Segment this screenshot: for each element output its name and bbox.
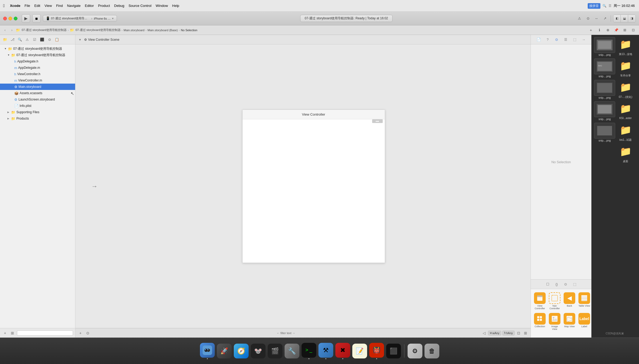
tree-item-main-storyboard[interactable]: ⚙ Main.storyboard xyxy=(0,84,75,90)
back-button[interactable]: ‹ xyxy=(2,27,8,33)
size-w-indicator[interactable]: w wAny xyxy=(488,331,501,335)
forward-button[interactable]: › xyxy=(9,27,15,33)
dock-item-finder[interactable] xyxy=(200,343,215,359)
canvas-grid-btn[interactable]: ⊞ xyxy=(523,330,528,336)
dock-item-black1[interactable]: ⬛ xyxy=(386,344,401,358)
tree-item-assets[interactable]: 📦 Assets.xcassets ↖ xyxy=(0,90,75,96)
dock-item-trash[interactable]: 🗑 xyxy=(425,344,439,358)
lib-item-imageview[interactable]: Image View xyxy=(548,312,562,331)
scheme-selector[interactable]: 📱 07-通过 storyboard使用导航控制器 › iPhone 6s Pl… xyxy=(43,15,117,22)
inspector-toggle[interactable]: ◨ xyxy=(628,15,636,22)
lib-item-collection[interactable]: Collection xyxy=(533,312,547,331)
breakpoints-nav[interactable]: ⊙ xyxy=(47,37,52,43)
desktop-col-folder3[interactable]: 📁 07-…(优化) xyxy=(616,80,635,99)
desktop-col-desktop[interactable]: 📁 桌面 xyxy=(616,144,635,163)
attributes-tab[interactable]: ☰ xyxy=(563,37,569,43)
input-method[interactable]: 接拼音 xyxy=(588,3,600,9)
quick-help-tab[interactable]: ? xyxy=(545,37,551,43)
lib-tab-snippets[interactable]: ⬚ xyxy=(572,281,578,287)
dock-item-devil[interactable]: 👹 xyxy=(369,343,384,359)
tree-item-products[interactable]: ▶ 📁 Products xyxy=(0,115,75,122)
desktop-col-folder2[interactable]: 📁 车丹分享 xyxy=(616,58,635,78)
bc-storyboard[interactable]: Main.storyboard xyxy=(124,29,144,32)
desktop-col-folder5[interactable]: 📁 ios1...试题 xyxy=(616,123,635,142)
tree-item-appdelegate-h[interactable]: h AppDelegate.h xyxy=(0,58,75,65)
dock-item-movie[interactable]: 🎬 xyxy=(268,344,282,358)
lib-item-view-controller[interactable]: View Controller xyxy=(533,291,547,311)
size-h-indicator[interactable]: h hAny xyxy=(502,331,515,335)
bc-storyboard-base[interactable]: Main.storyboard (Base) xyxy=(148,29,178,32)
run-button[interactable]: ▶ xyxy=(22,14,30,23)
menu-editor[interactable]: Editor xyxy=(85,4,94,8)
lib-tab-code[interactable]: {} xyxy=(554,281,560,287)
close-button[interactable] xyxy=(3,17,7,20)
lib-tab-objects[interactable]: ☐ xyxy=(545,281,551,287)
size-tab[interactable]: ⬚ xyxy=(572,37,578,43)
tree-item-launch-storyboard[interactable]: ⚙ LaunchScreen.storyboard xyxy=(0,96,75,103)
lib-tab-media[interactable]: ⊙ xyxy=(563,281,569,287)
dock-item-launchpad[interactable]: 🚀 xyxy=(217,344,232,358)
canvas-content[interactable]: → View Controller ■■■ xyxy=(75,44,531,328)
dock-item-tools[interactable]: 🔧 xyxy=(285,344,299,358)
canvas-nav-back[interactable]: ◁ xyxy=(481,330,487,336)
desktop-col-snip5[interactable]: snip....png xyxy=(594,123,615,142)
dock-item-note[interactable]: 📝 xyxy=(352,344,367,358)
dock-item-terminal[interactable]: > _ xyxy=(302,343,316,359)
issues-nav[interactable]: ⚠ xyxy=(24,37,30,43)
desktop-col-snip4[interactable]: snip....png xyxy=(594,101,615,121)
desktop-col-folder1[interactable]: 📁 第13...业地 xyxy=(616,37,635,56)
search-nav[interactable]: 🔍 xyxy=(17,37,23,43)
expand-icon[interactable]: ⊡ xyxy=(629,26,637,34)
canvas-layout-btn[interactable]: ⊡ xyxy=(516,330,522,336)
menu-xcode[interactable]: Xcode xyxy=(10,4,20,8)
menu-file[interactable]: File xyxy=(25,4,30,8)
lib-item-back[interactable]: ◀ Back xyxy=(563,291,576,311)
zoom-button[interactable] xyxy=(14,17,17,20)
menu-find[interactable]: Find xyxy=(56,4,63,8)
sort-button[interactable]: ⊞ xyxy=(10,330,15,336)
tests-nav[interactable]: ☑ xyxy=(32,37,38,43)
warning-icon[interactable]: ⚠ xyxy=(576,15,583,22)
menu-help[interactable]: Help xyxy=(172,4,179,8)
source-control-nav[interactable]: ⎇ xyxy=(10,37,15,43)
tree-item-info-plist[interactable]: 📄 Info.plist xyxy=(0,103,75,109)
lib-item-mapview[interactable]: Map View xyxy=(563,312,576,331)
menu-edit[interactable]: Edit xyxy=(34,4,40,8)
canvas-zoom-btn[interactable]: ⊙ xyxy=(85,330,91,336)
env-icon[interactable]: ↔ xyxy=(593,15,600,22)
tree-item-appdelegate-m[interactable]: m AppDelegate.m xyxy=(0,65,75,71)
stop-button[interactable]: ◼ xyxy=(32,14,41,23)
menu-navigate[interactable]: Navigate xyxy=(67,4,80,8)
menu-view[interactable]: View xyxy=(44,4,52,8)
navigator-toggle[interactable]: ◧ xyxy=(613,15,621,22)
dock-item-sysprefs[interactable]: ⚙ xyxy=(408,344,422,358)
related-files-icon[interactable]: ⊕ xyxy=(604,26,611,34)
desktop-col-snip1[interactable]: snip....png xyxy=(594,37,615,56)
share-icon[interactable]: ↗ xyxy=(601,15,609,22)
tree-item-root[interactable]: ▼ 📁 07-通过 storyboard使用导航控制器 xyxy=(0,46,75,52)
desktop-col-snip3[interactable]: snip....png xyxy=(594,80,615,99)
bc-project[interactable]: 07-通过 storyboard使用导航控制器 xyxy=(22,28,67,32)
dock-item-safari[interactable]: 🧭 xyxy=(234,344,249,358)
split-icon[interactable]: ⊞ xyxy=(621,26,628,34)
lib-item-nav[interactable]: Nav Controller xyxy=(548,291,562,311)
menu-source-control[interactable]: Source Control xyxy=(129,4,152,8)
filter-input[interactable] xyxy=(17,330,73,336)
breakpoint-icon[interactable]: ⊙ xyxy=(584,15,592,22)
identity-inspector-tab[interactable]: ⊙ xyxy=(554,37,560,43)
pin-icon[interactable]: 📌 xyxy=(613,26,620,34)
tree-item-group[interactable]: ▼ 📁 07-通过 storyboard使用导航控制器 xyxy=(0,52,75,58)
debug-nav[interactable]: ⬛ xyxy=(39,37,45,43)
tree-item-viewcontroller-m[interactable]: m ViewController.m xyxy=(0,77,75,84)
desktop-col-snip2[interactable]: IMG snip....png xyxy=(594,58,615,78)
info-icon[interactable]: ℹ xyxy=(596,26,603,34)
debug-toggle[interactable]: ⬓ xyxy=(621,15,628,22)
canvas-add-btn[interactable]: + xyxy=(77,330,83,336)
view-controller-frame[interactable]: View Controller ■■■ xyxy=(242,110,385,263)
bc-group[interactable]: 07-通过 storyboard使用导航控制器 xyxy=(76,28,121,32)
add-file-button[interactable]: + xyxy=(2,330,8,336)
add-file-icon[interactable]: + xyxy=(587,26,595,34)
dock-item-mousy[interactable]: 🐭 xyxy=(251,344,266,358)
menu-window[interactable]: Window xyxy=(156,4,168,8)
desktop-col-folder4[interactable]: 📁 KSI...aster xyxy=(616,101,635,121)
